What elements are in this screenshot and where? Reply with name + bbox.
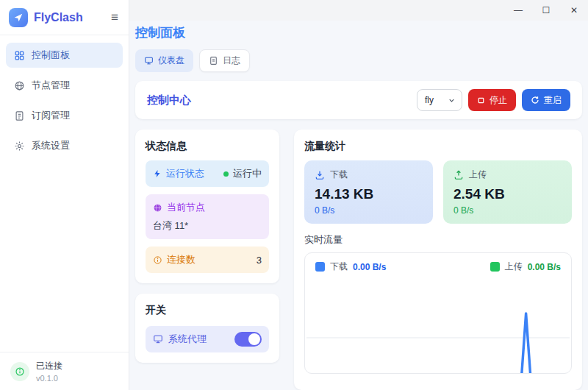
main-content: — ☐ ✕ 控制面板 仪表盘 日志 控制中心 (129, 0, 588, 390)
download-swatch-icon (315, 262, 325, 272)
current-node-value: 台湾 11* (153, 219, 262, 233)
sidebar-item-label: 系统设置 (32, 139, 70, 152)
tab-dashboard[interactable]: 仪表盘 (135, 49, 193, 72)
window-titlebar: — ☐ ✕ (129, 0, 588, 21)
app-window: FlyClash ≡ 控制面板 节点管理 订阅管理 (0, 0, 588, 390)
download-total: 14.13 KB (315, 186, 423, 202)
sidebar-header: FlyClash ≡ (0, 0, 129, 35)
maximize-button[interactable]: ☐ (532, 0, 560, 21)
switches-card: 开关 系统代理 (135, 294, 279, 363)
restart-button-label: 重启 (544, 94, 562, 107)
status-card-title: 状态信息 (146, 140, 269, 153)
realtime-traffic-label: 实时流量 (304, 233, 572, 247)
view-tabs: 仪表盘 日志 (135, 49, 582, 72)
upload-label: 上传 (469, 169, 487, 181)
system-proxy-row: 系统代理 (146, 326, 269, 352)
chart-legend: 下载 0.00 B/s 上传 0.00 B/s (305, 253, 571, 273)
traffic-card-title: 流量统计 (304, 140, 572, 153)
system-proxy-label: 系统代理 (168, 333, 207, 346)
legend-upload-name: 上传 (505, 260, 523, 273)
current-node-label: 当前节点 (167, 201, 205, 214)
upload-tile: 上传 2.54 KB 0 B/s (443, 160, 572, 224)
info-circle-icon (153, 255, 162, 265)
profile-select[interactable]: fly (417, 89, 462, 111)
upload-speed: 0 B/s (453, 205, 562, 216)
control-center-card: 控制中心 fly 停止 重 (135, 81, 582, 119)
realtime-traffic-chart: 下载 0.00 B/s 上传 0.00 B/s (304, 252, 572, 374)
page-title: 控制面板 (135, 24, 582, 41)
download-tile: 下载 14.13 KB 0 B/s (304, 160, 433, 224)
switches-card-title: 开关 (146, 304, 269, 317)
app-logo-icon (9, 8, 28, 27)
sidebar-item-dashboard[interactable]: 控制面板 (6, 43, 123, 68)
running-status-label: 运行状态 (166, 167, 204, 180)
sidebar-item-settings[interactable]: 系统设置 (6, 133, 123, 158)
control-actions: fly 停止 重启 (417, 89, 570, 111)
connection-label: 已连接 (36, 360, 62, 372)
bolt-icon (153, 169, 162, 178)
status-info-card: 状态信息 运行状态 运行中 (135, 130, 279, 283)
traffic-stats-card: 流量统计 下载 14.13 KB 0 B/s (294, 130, 582, 390)
download-icon (315, 170, 325, 180)
system-proxy-toggle[interactable] (234, 332, 262, 347)
app-name: FlyClash (34, 11, 110, 24)
stop-button[interactable]: 停止 (468, 89, 516, 111)
current-node-row: 当前节点 台湾 11* (146, 194, 269, 239)
chevron-down-icon (448, 96, 456, 104)
tab-logs[interactable]: 日志 (199, 49, 250, 72)
info-icon (10, 362, 29, 381)
control-center-title: 控制中心 (147, 93, 191, 107)
legend-download-speed: 0.00 B/s (353, 262, 386, 272)
connections-row: 连接数 3 (146, 247, 269, 273)
running-status-value: 运行中 (233, 167, 262, 180)
legend-upload: 上传 0.00 B/s (490, 260, 561, 273)
legend-upload-speed: 0.00 B/s (528, 262, 561, 272)
sidebar-item-label: 节点管理 (32, 79, 70, 92)
download-label: 下载 (330, 169, 348, 181)
legend-download: 下载 0.00 B/s (315, 260, 386, 273)
download-speed: 0 B/s (315, 205, 423, 216)
sidebar-item-nodes[interactable]: 节点管理 (6, 73, 123, 98)
grid-icon (14, 50, 25, 61)
traffic-chart-svg (305, 273, 571, 373)
connections-label: 连接数 (167, 253, 196, 266)
sidebar-item-subscriptions[interactable]: 订阅管理 (6, 103, 123, 128)
app-version: v0.1.0 (36, 374, 62, 383)
connections-value: 3 (257, 255, 262, 266)
globe-icon (14, 80, 25, 91)
connection-status: 已连接 v0.1.0 (0, 352, 129, 390)
stop-button-label: 停止 (490, 94, 507, 107)
close-button[interactable]: ✕ (560, 0, 588, 21)
profile-select-value: fly (425, 95, 434, 105)
stop-icon (477, 96, 485, 104)
node-globe-icon (153, 203, 162, 213)
upload-swatch-icon (490, 262, 500, 272)
monitor-icon (144, 56, 154, 65)
legend-download-name: 下载 (330, 260, 348, 273)
minimize-button[interactable]: — (504, 0, 532, 21)
gear-icon (14, 141, 25, 152)
log-file-icon (209, 56, 218, 65)
upload-total: 2.54 KB (453, 186, 562, 202)
sidebar-item-label: 订阅管理 (32, 109, 70, 122)
tab-label: 日志 (223, 54, 240, 67)
menu-toggle-icon[interactable]: ≡ (110, 10, 120, 25)
sidebar-nav: 控制面板 节点管理 订阅管理 系统设置 (0, 35, 129, 171)
sidebar-item-label: 控制面板 (32, 49, 70, 62)
upload-icon (453, 170, 464, 180)
refresh-icon (531, 96, 539, 104)
monitor-icon (153, 334, 163, 344)
sidebar: FlyClash ≡ 控制面板 节点管理 订阅管理 (0, 0, 129, 390)
tab-label: 仪表盘 (158, 54, 184, 67)
running-status-row: 运行状态 运行中 (146, 160, 269, 187)
restart-button[interactable]: 重启 (522, 89, 570, 111)
document-icon (14, 110, 25, 121)
status-dot (223, 171, 229, 177)
